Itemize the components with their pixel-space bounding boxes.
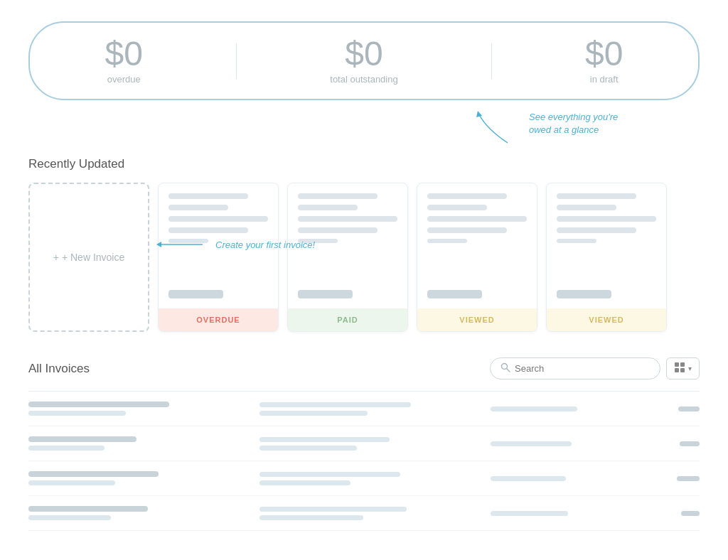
col-amount	[613, 476, 700, 481]
row-line	[259, 507, 407, 512]
row-line	[491, 406, 577, 411]
row-line	[28, 515, 111, 520]
search-box[interactable]	[490, 357, 660, 379]
invoice-card-4[interactable]: VIEWED	[546, 183, 667, 332]
svg-rect-7	[680, 368, 685, 372]
search-controls: ▾	[490, 357, 700, 379]
invoice-card-3[interactable]: VIEWED	[417, 183, 537, 332]
row-line	[491, 441, 572, 446]
col-client	[28, 471, 245, 485]
row-line	[491, 476, 567, 481]
table-row[interactable]	[28, 461, 700, 496]
invoice-card-2[interactable]: PAID	[287, 183, 408, 332]
row-line	[28, 402, 169, 407]
divider-1	[236, 43, 237, 79]
svg-rect-5	[680, 362, 685, 367]
card-status-overdue: OVERDUE	[159, 308, 278, 331]
row-line	[28, 411, 126, 416]
card-line	[298, 205, 358, 210]
row-line	[681, 511, 700, 516]
col-desc	[259, 437, 476, 451]
row-line	[28, 436, 136, 442]
col-client	[28, 402, 245, 416]
col-amount	[613, 511, 700, 516]
card-status-viewed-3: VIEWED	[417, 308, 537, 331]
row-line	[28, 471, 159, 477]
overdue-amount: $0	[105, 37, 143, 71]
card-line	[427, 227, 507, 233]
search-icon	[500, 362, 510, 375]
col-date	[491, 441, 599, 446]
table-row[interactable]	[28, 496, 700, 531]
create-annotation-arrow	[153, 236, 210, 253]
svg-line-3	[507, 369, 510, 372]
recently-updated-title: Recently Updated	[28, 157, 700, 171]
card-line	[557, 193, 636, 199]
card-amount	[168, 290, 223, 298]
in-draft-amount: $0	[585, 37, 623, 71]
row-line	[259, 472, 400, 477]
card-line	[298, 193, 378, 199]
card-amount	[427, 290, 482, 298]
svg-marker-0	[476, 111, 482, 117]
table-row[interactable]	[28, 426, 700, 461]
card-amount	[298, 290, 353, 298]
row-line	[259, 411, 368, 416]
card-line	[427, 216, 527, 222]
row-line	[259, 446, 357, 451]
table-row[interactable]	[28, 392, 700, 426]
all-invoices-header: All Invoices ▾	[28, 357, 700, 379]
col-desc	[259, 402, 476, 416]
in-draft-label: in draft	[585, 74, 623, 85]
card-line	[427, 193, 507, 199]
card-line	[298, 216, 397, 222]
row-line	[491, 511, 569, 516]
row-line	[259, 480, 350, 485]
summary-annotation: See everything you're owed at a glance	[28, 107, 700, 150]
view-toggle-button[interactable]: ▾	[666, 357, 700, 379]
create-annotation-text: Create your first invoice!	[215, 239, 315, 250]
new-invoice-label: + + New Invoice	[53, 252, 125, 263]
create-annotation: Create your first invoice!	[153, 236, 315, 253]
card-line	[168, 193, 248, 199]
card-body-4	[547, 183, 666, 308]
card-line	[557, 205, 616, 210]
invoice-card-1[interactable]: OVERDUE	[158, 183, 279, 332]
card-line	[168, 205, 228, 210]
col-amount	[613, 441, 700, 446]
card-status-paid: PAID	[288, 308, 407, 331]
row-line	[259, 515, 363, 520]
grid-icon	[674, 362, 685, 375]
col-desc	[259, 507, 476, 520]
invoices-table	[28, 391, 700, 531]
col-date	[491, 476, 599, 481]
row-line	[678, 406, 700, 411]
summary-bar: $0 overdue $0 total outstanding $0 in dr…	[28, 21, 700, 100]
row-line	[259, 402, 411, 407]
card-status-viewed-4: VIEWED	[547, 308, 666, 331]
svg-rect-6	[675, 368, 679, 372]
col-date	[491, 406, 599, 411]
row-line	[680, 441, 700, 446]
row-line	[677, 476, 700, 481]
card-line	[168, 216, 268, 222]
plus-icon: +	[53, 252, 59, 263]
annotation-summary-text: See everything you're owed at a glance	[529, 111, 643, 136]
chevron-down-icon: ▾	[688, 365, 692, 372]
card-body-3	[417, 183, 537, 308]
card-amount	[557, 290, 611, 298]
card-line	[427, 239, 467, 243]
overdue-label: overdue	[105, 74, 143, 85]
row-line	[28, 446, 105, 451]
divider-2	[491, 43, 492, 79]
col-client	[28, 506, 245, 520]
annotation-arrow	[451, 107, 536, 146]
new-invoice-card[interactable]: + + New Invoice	[28, 183, 149, 332]
card-line	[427, 205, 487, 210]
in-draft-summary: $0 in draft	[585, 37, 623, 85]
search-input[interactable]	[515, 363, 650, 374]
all-invoices-title: All Invoices	[28, 362, 90, 376]
col-amount	[613, 406, 700, 411]
invoice-cards-row: + + New Invoice Create your first invoic…	[28, 183, 700, 332]
total-outstanding-label: total outstanding	[330, 74, 397, 85]
